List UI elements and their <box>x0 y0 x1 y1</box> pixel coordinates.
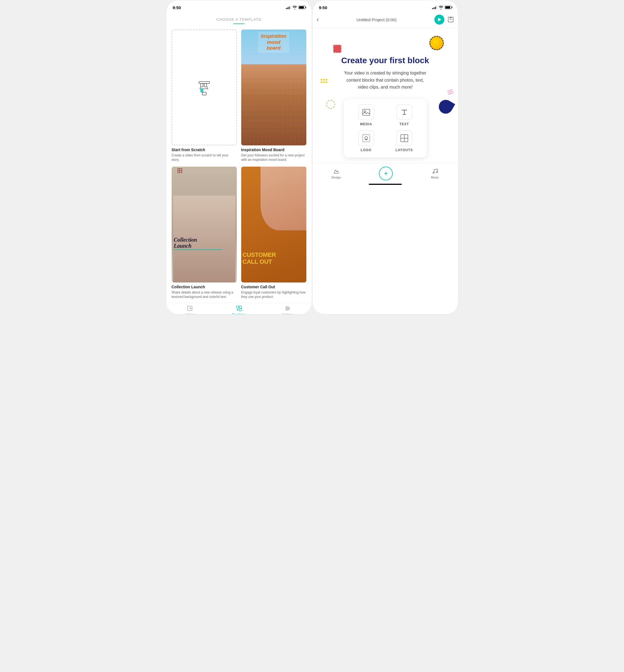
layouts-icon-box[interactable] <box>397 131 412 146</box>
block-item-text[interactable]: TEXT <box>388 105 421 126</box>
text-icon-box[interactable] <box>397 105 412 120</box>
svg-point-21 <box>365 137 368 139</box>
battery-icon-right <box>445 6 451 9</box>
nav-videos-label: Videos <box>186 313 195 315</box>
onboarding-area: Create your first block Your video is cr… <box>312 28 458 163</box>
template-name-collection: Collection Launch <box>172 285 237 289</box>
settings-icon <box>284 305 291 312</box>
text-label: TEXT <box>399 122 409 126</box>
media-label: MEDIA <box>360 122 372 126</box>
template-item-customer[interactable]: CUSTOMERCALL OUT Customer Call Out Engag… <box>241 167 306 299</box>
music-action[interactable]: Music <box>431 168 439 179</box>
signal-icon <box>286 6 291 9</box>
template-thumb-scratch[interactable] <box>172 29 237 145</box>
block-item-layouts[interactable]: LAYOUTS <box>388 131 421 152</box>
project-actions <box>434 15 454 25</box>
right-phone: 9:50 <box>312 0 459 315</box>
export-button[interactable] <box>448 17 454 23</box>
right-screen-content: ‹ Untitled Project (0:00) <box>312 12 458 163</box>
template-desc-scratch: Create a video from scratch to tell your… <box>172 153 237 162</box>
svg-rect-1 <box>200 83 203 87</box>
template-header-title: CHOOSE A TEMPLATE <box>216 17 262 22</box>
svg-point-26 <box>436 171 437 173</box>
add-block-button[interactable]: + <box>379 167 393 181</box>
svg-rect-18 <box>363 109 370 115</box>
block-item-media[interactable]: MEDIA <box>349 105 383 126</box>
nav-videos[interactable]: Videos <box>181 305 200 315</box>
deco-red-square <box>333 45 341 53</box>
template-thumb-customer[interactable]: CUSTOMERCALL OUT <box>241 167 306 283</box>
videos-icon <box>187 305 194 312</box>
music-icon <box>432 168 438 174</box>
svg-rect-20 <box>363 135 370 142</box>
media-icon <box>362 108 371 117</box>
svg-point-16 <box>286 309 287 310</box>
template-desc-customer: Engage loyal customers by highlighting h… <box>241 290 306 300</box>
play-icon <box>438 18 441 22</box>
template-grid: Start from Scratch Create a video from s… <box>166 26 312 303</box>
block-item-logo[interactable]: LOGO <box>349 131 383 152</box>
template-header: CHOOSE A TEMPLATE <box>166 12 312 26</box>
template-item-collection[interactable]: CollectionLaunch Collection Launch Share… <box>172 167 237 299</box>
logo-icon <box>362 134 371 143</box>
block-grid: MEDIA TEXT <box>349 105 421 152</box>
text-icon <box>400 108 409 117</box>
template-thumb-collection[interactable]: CollectionLaunch <box>172 167 237 283</box>
home-indicator-right <box>369 184 402 185</box>
action-bar-right: Design + Music <box>312 163 458 183</box>
template-item-scratch[interactable]: Start from Scratch Create a video from s… <box>172 29 237 162</box>
media-icon-box[interactable] <box>359 105 374 120</box>
status-time-left: 9:50 <box>173 5 181 10</box>
nav-templates-label: Templates <box>232 313 245 315</box>
deco-yellow-dots <box>321 79 327 83</box>
nav-templates[interactable]: Templates <box>229 305 249 315</box>
template-name-customer: Customer Call Out <box>241 285 306 289</box>
svg-rect-2 <box>204 83 207 87</box>
svg-rect-6 <box>236 306 239 308</box>
svg-rect-3 <box>202 92 206 95</box>
block-picker-card: MEDIA TEXT <box>344 99 427 158</box>
scratch-icon <box>194 79 214 96</box>
deco-yellow-circle <box>430 36 444 50</box>
bottom-nav-left: Videos Templates <box>166 303 312 315</box>
signal-icon-right <box>432 6 437 9</box>
back-button[interactable]: ‹ <box>317 16 319 23</box>
design-action[interactable]: Design <box>332 168 341 179</box>
project-header: ‹ Untitled Project (0:00) <box>312 12 458 28</box>
status-icons-left <box>286 6 305 9</box>
deco-navy-shape <box>436 98 455 116</box>
template-name-scratch: Start from Scratch <box>172 147 237 152</box>
header-underline <box>233 23 244 24</box>
template-item-moodboard[interactable]: Inspirationmoodboard Inspiration Mood Bo… <box>241 29 306 162</box>
deco-green-circle <box>326 100 335 109</box>
status-bar-left: 9:50 <box>166 0 312 12</box>
status-bar-right: 9:50 <box>312 0 458 12</box>
add-icon[interactable]: + <box>379 167 393 181</box>
onboarding-text: Create your first block Your video is cr… <box>341 56 430 91</box>
svg-point-15 <box>288 308 289 309</box>
svg-point-14 <box>286 306 287 307</box>
nav-settings[interactable]: Settings <box>278 305 297 315</box>
battery-icon <box>298 6 305 9</box>
templates-icon <box>236 305 242 312</box>
logo-icon-box[interactable] <box>359 131 374 146</box>
onboarding-body: Your video is created by stringing toget… <box>341 70 430 91</box>
svg-rect-7 <box>239 306 241 308</box>
status-time-right: 9:50 <box>319 5 327 10</box>
play-button[interactable] <box>434 15 444 25</box>
svg-point-25 <box>433 172 434 173</box>
design-label: Design <box>332 176 341 179</box>
wifi-icon-right <box>439 6 443 9</box>
svg-rect-10 <box>239 309 241 311</box>
template-thumb-moodboard[interactable]: Inspirationmoodboard <box>241 29 306 145</box>
deco-pink-lines <box>447 89 454 95</box>
svg-point-19 <box>364 111 366 112</box>
status-icons-right <box>432 6 451 9</box>
layouts-label: LAYOUTS <box>395 148 413 152</box>
layouts-icon <box>400 134 409 143</box>
logo-label: LOGO <box>361 148 371 152</box>
design-icon <box>333 168 339 174</box>
left-screen-content: CHOOSE A TEMPLATE <box>166 12 312 303</box>
wifi-icon <box>292 6 297 9</box>
template-desc-moodboard: Get your followers excited for a new pro… <box>241 153 306 162</box>
